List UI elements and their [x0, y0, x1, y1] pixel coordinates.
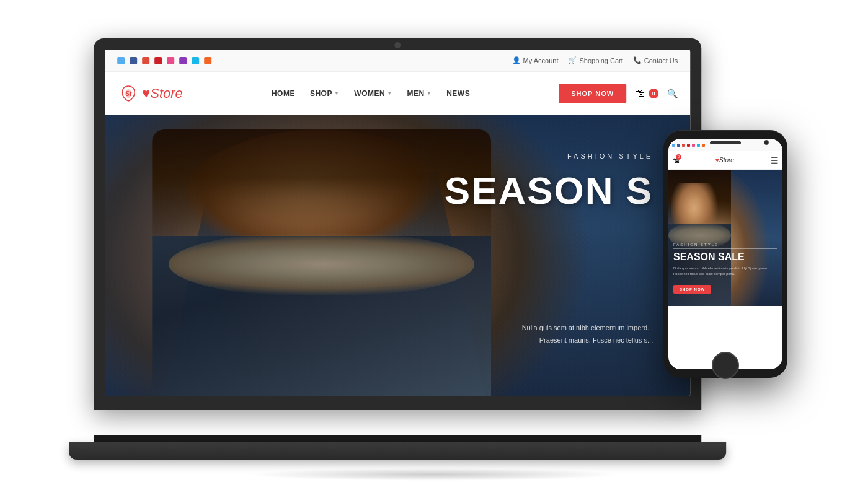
top-links: 👤 My Account 🛒 Shopping Cart 📞 Contact U… — [512, 56, 678, 64]
women-dropdown-arrow: ▼ — [387, 90, 392, 96]
nav-shop[interactable]: SHOP ▼ — [310, 89, 339, 98]
hero-section: FASHION STYLE SEASON S Nulla quis sem at… — [105, 115, 690, 396]
phone-body: 🛍 0 ♥Store ☰ — [663, 130, 787, 378]
cart-bag-icon: 🛍 — [635, 88, 645, 99]
twitter-icon[interactable] — [117, 57, 125, 64]
ground-shadow — [248, 468, 620, 481]
pinterest-icon[interactable] — [154, 57, 162, 64]
phone-social-row — [672, 144, 705, 147]
hero-content: FASHION STYLE SEASON S — [445, 152, 653, 210]
nav-men[interactable]: MEN ▼ — [407, 89, 432, 98]
social-icons-row — [117, 57, 211, 64]
phone-pinterest-icon — [687, 144, 690, 147]
laptop-screen: 👤 My Account 🛒 Shopping Cart 📞 Contact U… — [105, 50, 690, 396]
search-button[interactable]: 🔍 — [667, 89, 678, 98]
phone-hamburger-menu[interactable]: ☰ — [771, 155, 779, 165]
contact-us-link[interactable]: 📞 Contact Us — [633, 56, 678, 64]
phone-rss-icon — [702, 144, 705, 147]
nav-women[interactable]: WOMEN ▼ — [354, 89, 392, 98]
phone-device: 🛍 0 ♥Store ☰ — [663, 130, 787, 378]
phone-icon: 📞 — [633, 56, 642, 64]
svg-text:St: St — [125, 90, 132, 97]
phone-hero-content: FASHION STYLE SEASON SALE Nulla quis sem… — [673, 243, 777, 294]
hero-description: Nulla quis sem at nibh elementum imperd.… — [522, 322, 653, 347]
user-icon: 👤 — [512, 56, 521, 64]
shop-now-button[interactable]: SHOP NOW — [559, 84, 626, 103]
phone-home-button[interactable] — [712, 352, 739, 379]
scene: 👤 My Account 🛒 Shopping Cart 📞 Contact U… — [0, 0, 868, 498]
logo-icon: St — [117, 82, 140, 105]
phone-dribbble-icon — [692, 144, 695, 147]
vimeo-icon[interactable] — [192, 57, 199, 64]
phone-hero: FASHION STYLE SEASON SALE Nulla quis sem… — [668, 170, 782, 306]
phone-twitter-icon — [672, 144, 675, 147]
nav-bar: St ♥Store HOME SHOP — [105, 72, 690, 115]
hero-person-area — [152, 129, 492, 396]
logo-text: ♥Store — [142, 85, 183, 102]
hero-title: SEASON S — [445, 172, 653, 210]
dribbble-icon[interactable] — [167, 57, 174, 64]
shop-dropdown-arrow: ▼ — [334, 90, 339, 96]
phone-screen: 🛍 0 ♥Store ☰ — [668, 139, 782, 369]
my-account-link[interactable]: 👤 My Account — [512, 56, 559, 64]
nav-home[interactable]: HOME — [272, 89, 295, 98]
phone-speaker — [710, 141, 741, 144]
rss-icon[interactable] — [204, 57, 211, 64]
cart-button[interactable]: 🛍 0 — [635, 88, 658, 99]
men-dropdown-arrow: ▼ — [427, 90, 432, 96]
phone-hero-title: SEASON SALE — [673, 251, 777, 263]
phone-logo: ♥Store — [715, 157, 734, 164]
phone-nav: 🛍 0 ♥Store ☰ — [668, 151, 782, 170]
laptop-base — [69, 442, 726, 460]
phone-cart-area: 🛍 0 — [672, 157, 679, 164]
shopping-cart-link[interactable]: 🛒 Shopping Cart — [568, 56, 622, 64]
laptop-camera — [394, 42, 401, 48]
phone-vimeo-icon — [697, 144, 700, 147]
hero-subtitle: FASHION STYLE — [445, 152, 653, 164]
logo[interactable]: St ♥Store — [117, 82, 183, 105]
google-plus-icon[interactable] — [142, 57, 149, 64]
laptop-hinge — [94, 435, 701, 442]
laptop-device: 👤 My Account 🛒 Shopping Cart 📞 Contact U… — [94, 38, 701, 460]
facebook-icon[interactable] — [130, 57, 137, 64]
phone-hero-desc: Nulla quis sem at nibh elementum imperdi… — [673, 266, 777, 277]
phone-gplus-icon — [682, 144, 685, 147]
instagram-icon[interactable] — [179, 57, 187, 64]
phone-shop-btn[interactable]: SHOP NOW — [673, 285, 711, 294]
cart-count-badge: 0 — [649, 89, 658, 98]
main-nav: HOME SHOP ▼ WOMEN ▼ MEN — [272, 89, 470, 98]
website: 👤 My Account 🛒 Shopping Cart 📞 Contact U… — [105, 50, 690, 396]
phone-cart-badge: 0 — [676, 154, 681, 160]
top-bar: 👤 My Account 🛒 Shopping Cart 📞 Contact U… — [105, 50, 690, 72]
nav-right: SHOP NOW 🛍 0 🔍 — [559, 84, 678, 103]
phone-hero-subtitle: FASHION STYLE — [673, 243, 777, 249]
phone-nav-left: 🛍 0 — [672, 157, 679, 164]
phone-facebook-icon — [677, 144, 680, 147]
nav-news[interactable]: NEWS — [446, 89, 470, 98]
phone-camera — [764, 140, 769, 145]
laptop-body: 👤 My Account 🛒 Shopping Cart 📞 Contact U… — [94, 38, 701, 410]
cart-icon: 🛒 — [568, 56, 577, 64]
